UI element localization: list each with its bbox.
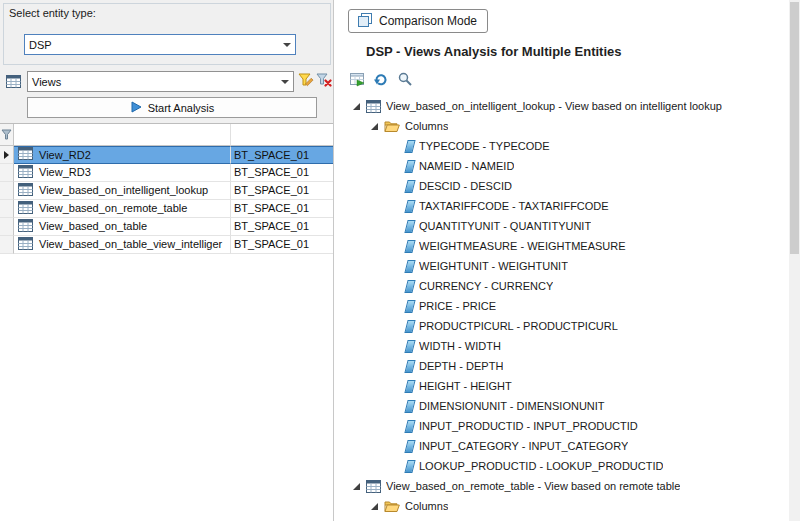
- column-icon: [404, 420, 415, 433]
- selected-row-arrow-icon: [4, 151, 9, 159]
- start-analysis-button[interactable]: Start Analysis: [27, 97, 317, 118]
- expander-icon[interactable]: [370, 502, 379, 511]
- table-row[interactable]: View_based_on_table BT_SPACE_01: [0, 218, 333, 236]
- app-window: Select entity type: DSP Views Start Anal…: [0, 0, 800, 521]
- tree-column-row[interactable]: NAMEID - NAMEID: [340, 156, 789, 176]
- tree-column-row[interactable]: DEPTH - DEPTH: [340, 356, 789, 376]
- chevron-down-icon[interactable]: [276, 72, 293, 91]
- view-name-cell[interactable]: View_based_on_remote_table: [36, 200, 231, 218]
- tree-column-row[interactable]: PRODUCTPICURL - PRODUCTPICURL: [340, 316, 789, 336]
- tree-column-label: INPUT_CATEGORY - INPUT_CATEGORY: [419, 440, 628, 452]
- view-name-cell[interactable]: View_based_on_intelligent_lookup: [36, 182, 231, 200]
- tree-entity-label: View_based_on_intelligent_lookup - View …: [386, 100, 722, 112]
- tree-column-label: NAMEID - NAMEID: [419, 160, 514, 172]
- column-icon: [404, 400, 415, 413]
- refresh-icon[interactable]: [372, 70, 390, 88]
- tree-column-label: WEIGHTUNIT - WEIGHTUNIT: [419, 260, 568, 272]
- space-cell[interactable]: BT_SPACE_01: [231, 182, 333, 200]
- analysis-panel: Comparison Mode DSP - Views Analysis for…: [340, 0, 789, 521]
- zoom-icon[interactable]: [396, 70, 414, 88]
- comparison-icon: [357, 12, 373, 31]
- export-icon[interactable]: [348, 70, 366, 88]
- column-icon: [404, 360, 415, 373]
- tree-column-row[interactable]: HEIGHT - HEIGHT: [340, 376, 789, 396]
- tree-column-label: DIMENSIONUNIT - DIMENSIONUNIT: [419, 400, 605, 412]
- vertical-scrollbar[interactable]: [789, 0, 800, 521]
- space-cell[interactable]: BT_SPACE_01: [231, 218, 333, 236]
- expander-icon[interactable]: [370, 122, 379, 131]
- filter-clear-button[interactable]: [315, 71, 333, 92]
- filter-icon-cell[interactable]: [14, 124, 36, 146]
- space-cell[interactable]: BT_SPACE_01: [231, 164, 333, 182]
- tree-columns-folder-row[interactable]: Columns: [340, 496, 789, 516]
- tree-column-label: LOOKUP_PRODUCTID - LOOKUP_PRODUCTID: [419, 460, 663, 472]
- comparison-mode-button[interactable]: Comparison Mode: [348, 9, 488, 33]
- entity-kind-combobox[interactable]: Views: [27, 71, 294, 92]
- column-icon: [404, 440, 415, 453]
- table-icon: [366, 480, 381, 493]
- table-row[interactable]: View_RD2 BT_SPACE_01: [0, 146, 333, 164]
- space-cell[interactable]: BT_SPACE_01: [231, 146, 333, 164]
- tree-column-row[interactable]: LOOKUP_PRODUCTID - LOOKUP_PRODUCTID: [340, 456, 789, 476]
- column-icon: [404, 200, 415, 213]
- tree-column-row[interactable]: WEIGHTMEASURE - WEIGHTMEASURE: [340, 236, 789, 256]
- expander-icon[interactable]: [352, 482, 361, 491]
- entity-type-value: DSP: [25, 39, 278, 51]
- column-icon: [404, 460, 415, 473]
- tree-entity-group: View_based_on_intelligent_lookup - View …: [340, 96, 789, 476]
- view-name-cell[interactable]: View_RD3: [36, 164, 231, 182]
- tree-folder-label: Columns: [405, 120, 448, 132]
- table-icon: [18, 164, 33, 182]
- view-icon-cell: [14, 218, 36, 236]
- table-row[interactable]: View_based_on_remote_table BT_SPACE_01: [0, 200, 333, 218]
- tree-columns-folder-row[interactable]: Columns: [340, 116, 789, 136]
- table-row[interactable]: View_RD3 BT_SPACE_01: [0, 164, 333, 182]
- tree-column-row[interactable]: WIDTH - WIDTH: [340, 336, 789, 356]
- tree-column-row[interactable]: PRICE - PRICE: [340, 296, 789, 316]
- view-name-cell[interactable]: View_based_on_table: [36, 218, 231, 236]
- column-icon: [404, 240, 415, 253]
- filter-space-cell[interactable]: [231, 124, 333, 146]
- filter-row-indicator: [0, 124, 14, 146]
- table-row[interactable]: View_based_on_table_view_intelliger BT_S…: [0, 236, 333, 254]
- tree-column-row[interactable]: TYPECODE - TYPECODE: [340, 136, 789, 156]
- view-name-cell[interactable]: View_RD2: [36, 146, 231, 164]
- table-icon: [18, 146, 33, 164]
- tree-folder-label: Columns: [405, 500, 448, 512]
- table-row[interactable]: View_based_on_intelligent_lookup BT_SPAC…: [0, 182, 333, 200]
- tree-column-row[interactable]: INPUT_PRODUCTID - INPUT_PRODUCTID: [340, 416, 789, 436]
- tree-column-row[interactable]: WEIGHTUNIT - WEIGHTUNIT: [340, 256, 789, 276]
- table-icon: [18, 218, 33, 236]
- tree-column-row[interactable]: CURRENCY - CURRENCY: [340, 276, 789, 296]
- space-cell[interactable]: BT_SPACE_01: [231, 236, 333, 254]
- filter-edit-button[interactable]: [297, 71, 315, 92]
- group-label: Select entity type:: [9, 7, 96, 19]
- tree-column-row[interactable]: DESCID - DESCID: [340, 176, 789, 196]
- tree-column-label: TYPECODE - TYPECODE: [419, 140, 550, 152]
- view-icon-cell: [14, 146, 36, 164]
- expander-icon[interactable]: [352, 102, 361, 111]
- entity-type-combobox[interactable]: DSP: [24, 34, 296, 55]
- tree-entity-label: View_based_on_remote_table - View based …: [386, 480, 680, 492]
- space-cell[interactable]: BT_SPACE_01: [231, 200, 333, 218]
- entity-grid: View_RD2 BT_SPACE_01 View_RD3 BT_SPACE_0…: [0, 123, 333, 521]
- column-icon: [404, 140, 415, 153]
- view-name-cell[interactable]: View_based_on_table_view_intelliger: [36, 236, 231, 254]
- tree-column-row[interactable]: INPUT_CATEGORY - INPUT_CATEGORY: [340, 436, 789, 456]
- tree-column-row[interactable]: DIMENSIONUNIT - DIMENSIONUNIT: [340, 396, 789, 416]
- tree-entity-row[interactable]: View_based_on_remote_table - View based …: [340, 476, 789, 496]
- tree-entity-group: View_based_on_remote_table - View based …: [340, 476, 789, 516]
- table-icon: [6, 74, 21, 92]
- start-analysis-label: Start Analysis: [148, 102, 215, 114]
- view-icon-cell: [14, 164, 36, 182]
- chevron-down-icon[interactable]: [278, 35, 295, 54]
- tree-column-row[interactable]: TAXTARIFFCODE - TAXTARIFFCODE: [340, 196, 789, 216]
- grid-filter-row[interactable]: [0, 124, 333, 146]
- tree-column-label: WIDTH - WIDTH: [419, 340, 501, 352]
- tree-column-row[interactable]: QUANTITYUNIT - QUANTITYUNIT: [340, 216, 789, 236]
- scrollbar-thumb[interactable]: [790, 2, 799, 254]
- tree-entity-row[interactable]: View_based_on_intelligent_lookup - View …: [340, 96, 789, 116]
- filter-name-cell[interactable]: [36, 124, 231, 146]
- folder-icon: [384, 500, 400, 513]
- tree-column-label: HEIGHT - HEIGHT: [419, 380, 512, 392]
